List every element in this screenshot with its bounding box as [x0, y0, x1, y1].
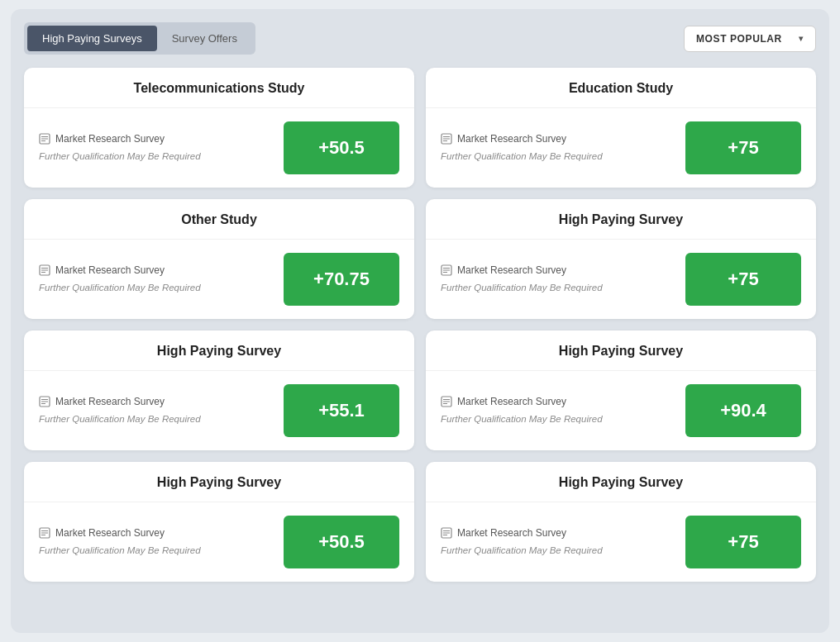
card-type: Market Research Survey — [441, 527, 672, 539]
card-type-label: Market Research Survey — [55, 264, 165, 276]
top-bar: High Paying SurveysSurvey Offers MOST PO… — [24, 22, 816, 55]
card-title: High Paying Survey — [24, 331, 414, 371]
card-type-label: Market Research Survey — [55, 396, 165, 407]
card-type: Market Research Survey — [441, 396, 672, 407]
card-type: Market Research Survey — [39, 527, 270, 539]
card-info: Market Research Survey Further Qualifica… — [39, 264, 270, 294]
card-value-button[interactable]: +90.4 — [685, 384, 801, 437]
survey-card-7: High Paying Survey Market Research Su — [24, 462, 414, 582]
card-type-label: Market Research Survey — [457, 396, 566, 407]
tab-offers[interactable]: Survey Offers — [157, 26, 252, 51]
card-body: Market Research Survey Further Qualifica… — [426, 502, 816, 582]
card-value-button[interactable]: +50.5 — [284, 516, 399, 568]
card-note: Further Qualification May Be Required — [441, 281, 672, 294]
survey-card-8: High Paying Survey Market Research Su — [426, 462, 816, 582]
survey-icon — [441, 396, 452, 407]
card-note: Further Qualification May Be Required — [441, 412, 672, 426]
card-title: High Paying Survey — [426, 462, 816, 502]
sort-dropdown[interactable]: MOST POPULAR ▾ — [684, 26, 816, 52]
survey-icon — [39, 527, 50, 539]
card-body: Market Research Survey Further Qualifica… — [426, 108, 816, 188]
card-value-button[interactable]: +75 — [685, 253, 801, 306]
card-type-label: Market Research Survey — [55, 527, 165, 539]
card-value-button[interactable]: +70.75 — [284, 253, 399, 306]
card-value-button[interactable]: +50.5 — [284, 121, 399, 174]
card-value-button[interactable]: +55.1 — [284, 384, 399, 437]
card-title: High Paying Survey — [24, 462, 414, 502]
card-body: Market Research Survey Further Qualifica… — [24, 371, 414, 450]
card-note: Further Qualification May Be Required — [39, 150, 270, 163]
card-info: Market Research Survey Further Qualifica… — [441, 133, 672, 163]
survey-card-3: Other Study Market Research Survey — [24, 199, 414, 319]
card-title: Other Study — [24, 199, 414, 240]
main-container: High Paying SurveysSurvey Offers MOST PO… — [11, 9, 829, 633]
card-type-label: Market Research Survey — [457, 264, 566, 276]
card-title: Telecommunications Study — [24, 68, 414, 108]
card-body: Market Research Survey Further Qualifica… — [24, 108, 414, 188]
card-note: Further Qualification May Be Required — [39, 412, 270, 426]
sort-label: MOST POPULAR — [696, 33, 782, 45]
card-note: Further Qualification May Be Required — [39, 281, 270, 294]
card-body: Market Research Survey Further Qualifica… — [24, 502, 414, 582]
survey-card-1: Telecommunications Study Market Resea — [24, 68, 414, 188]
survey-card-5: High Paying Survey Market Research Su — [24, 331, 414, 450]
survey-icon — [39, 133, 50, 145]
tab-high-paying[interactable]: High Paying Surveys — [27, 26, 157, 51]
card-body: Market Research Survey Further Qualifica… — [426, 240, 816, 319]
card-info: Market Research Survey Further Qualifica… — [441, 527, 672, 557]
card-type: Market Research Survey — [39, 133, 270, 145]
card-body: Market Research Survey Further Qualifica… — [426, 371, 816, 450]
card-body: Market Research Survey Further Qualifica… — [24, 240, 414, 319]
chevron-down-icon: ▾ — [799, 34, 804, 43]
survey-card-2: Education Study Market Research Surve — [426, 68, 816, 188]
survey-icon — [441, 264, 452, 276]
card-info: Market Research Survey Further Qualifica… — [39, 133, 270, 163]
card-info: Market Research Survey Further Qualifica… — [39, 396, 270, 426]
card-type: Market Research Survey — [441, 264, 672, 276]
survey-icon — [441, 133, 452, 145]
survey-card-4: High Paying Survey Market Research Su — [426, 199, 816, 319]
tab-group: High Paying SurveysSurvey Offers — [24, 22, 255, 55]
survey-icon — [39, 396, 50, 407]
card-type-label: Market Research Survey — [457, 527, 566, 539]
cards-grid: Telecommunications Study Market Resea — [24, 68, 816, 582]
card-type: Market Research Survey — [441, 133, 672, 145]
card-note: Further Qualification May Be Required — [441, 544, 672, 557]
card-note: Further Qualification May Be Required — [441, 150, 672, 163]
card-info: Market Research Survey Further Qualifica… — [441, 264, 672, 294]
card-value-button[interactable]: +75 — [685, 516, 801, 568]
survey-card-6: High Paying Survey Market Research Su — [426, 331, 816, 450]
card-note: Further Qualification May Be Required — [39, 544, 270, 557]
card-info: Market Research Survey Further Qualifica… — [441, 396, 672, 426]
card-title: High Paying Survey — [426, 199, 816, 240]
card-info: Market Research Survey Further Qualifica… — [39, 527, 270, 557]
survey-icon — [39, 264, 50, 276]
card-value-button[interactable]: +75 — [685, 121, 801, 174]
card-type-label: Market Research Survey — [457, 133, 566, 145]
card-title: Education Study — [426, 68, 816, 108]
card-type-label: Market Research Survey — [55, 133, 165, 145]
card-type: Market Research Survey — [39, 396, 270, 407]
survey-icon — [441, 527, 452, 539]
card-title: High Paying Survey — [426, 331, 816, 371]
card-type: Market Research Survey — [39, 264, 270, 276]
